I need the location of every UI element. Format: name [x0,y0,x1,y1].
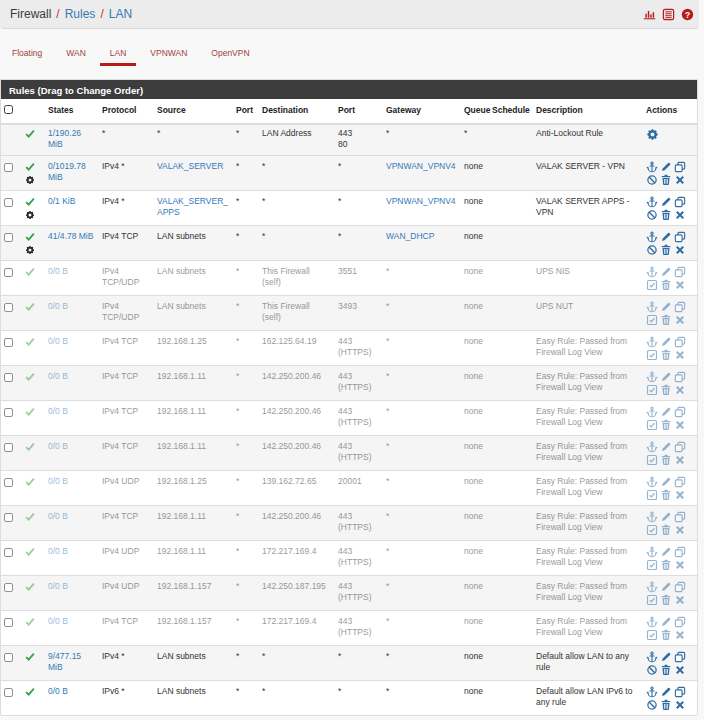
times-icon[interactable] [674,244,686,256]
trash-icon[interactable] [660,174,672,186]
anchor-icon[interactable] [646,161,658,173]
times-icon[interactable] [674,349,686,361]
clone-icon[interactable] [674,546,686,558]
ban-icon[interactable] [646,174,658,186]
states-link[interactable]: 0/0 B [48,266,68,276]
status-chart-icon[interactable] [643,8,656,21]
clone-icon[interactable] [674,161,686,173]
anchor-icon[interactable] [646,511,658,523]
row-checkbox[interactable] [4,653,13,662]
clone-icon[interactable] [674,371,686,383]
times-icon[interactable] [674,664,686,676]
states-link[interactable]: 0/0 B [48,336,68,346]
pencil-icon[interactable] [660,476,672,488]
times-icon[interactable] [674,384,686,396]
states-link[interactable]: 0/0 B [48,581,68,591]
anchor-icon[interactable] [646,616,658,628]
ban-icon[interactable] [646,244,658,256]
pencil-icon[interactable] [660,336,672,348]
states-link[interactable]: 9/477.15 MiB [48,651,81,672]
tab-link-lan[interactable]: LAN [100,43,137,66]
clone-icon[interactable] [674,266,686,278]
anchor-icon[interactable] [646,266,658,278]
trash-icon[interactable] [660,594,672,606]
clone-icon[interactable] [674,406,686,418]
source-alias-link[interactable]: VALAK_SERVER [157,161,223,171]
states-link[interactable]: 0/0 B [48,476,68,486]
anchor-icon[interactable] [646,406,658,418]
help-icon[interactable] [681,8,694,21]
states-link[interactable]: 0/0 B [48,371,68,381]
row-checkbox[interactable] [4,233,13,242]
anchor-icon[interactable] [646,546,658,558]
pencil-icon[interactable] [660,371,672,383]
ban-icon[interactable] [646,209,658,221]
pencil-icon[interactable] [660,581,672,593]
states-link[interactable]: 0/0 B [48,511,68,521]
row-checkbox[interactable] [4,513,13,522]
pencil-icon[interactable] [660,441,672,453]
trash-icon[interactable] [660,559,672,571]
breadcrumb-item-lan[interactable]: LAN [109,7,132,21]
gateway-link[interactable]: VPNWAN_VPNV4 [386,161,456,171]
trash-icon[interactable] [660,664,672,676]
clone-icon[interactable] [674,581,686,593]
states-link[interactable]: 0/0 B [48,616,68,626]
states-link[interactable]: 1/190.26 MiB [48,128,81,149]
row-checkbox[interactable] [4,618,13,627]
clone-icon[interactable] [674,441,686,453]
times-icon[interactable] [674,454,686,466]
row-checkbox[interactable] [4,583,13,592]
trash-icon[interactable] [660,349,672,361]
check-square-icon[interactable] [646,629,658,641]
times-icon[interactable] [674,279,686,291]
check-square-icon[interactable] [646,349,658,361]
trash-icon[interactable] [660,629,672,641]
times-icon[interactable] [674,174,686,186]
row-checkbox[interactable] [4,163,13,172]
clone-icon[interactable] [674,616,686,628]
pencil-icon[interactable] [660,301,672,313]
trash-icon[interactable] [660,384,672,396]
times-icon[interactable] [674,559,686,571]
pencil-icon[interactable] [660,686,672,698]
check-square-icon[interactable] [646,279,658,291]
states-link[interactable]: 41/4.78 MiB [48,231,93,241]
pencil-icon[interactable] [660,406,672,418]
anchor-icon[interactable] [646,686,658,698]
anchor-icon[interactable] [646,196,658,208]
pencil-icon[interactable] [660,266,672,278]
ban-icon[interactable] [646,664,658,676]
gateway-link[interactable]: VPNWAN_VPNV4 [386,196,456,206]
row-checkbox[interactable] [4,303,13,312]
trash-icon[interactable] [660,244,672,256]
row-checkbox[interactable] [4,373,13,382]
trash-icon[interactable] [660,314,672,326]
times-icon[interactable] [674,489,686,501]
row-checkbox[interactable] [4,408,13,417]
row-checkbox[interactable] [4,198,13,207]
gear-icon[interactable] [646,128,659,141]
times-icon[interactable] [674,629,686,641]
times-icon[interactable] [674,419,686,431]
row-checkbox[interactable] [4,443,13,452]
log-icon[interactable] [662,8,675,21]
breadcrumb-item-rules[interactable]: Rules [65,7,96,21]
pencil-icon[interactable] [660,616,672,628]
states-link[interactable]: 0/1 KiB [48,196,75,206]
tab-link-vpnwan[interactable]: VPNWAN [140,43,197,66]
clone-icon[interactable] [674,231,686,243]
states-link[interactable]: 0/0 B [48,686,68,696]
anchor-icon[interactable] [646,441,658,453]
clone-icon[interactable] [674,196,686,208]
clone-icon[interactable] [674,336,686,348]
anchor-icon[interactable] [646,651,658,663]
pencil-icon[interactable] [660,511,672,523]
states-link[interactable]: 0/0 B [48,441,68,451]
check-square-icon[interactable] [646,314,658,326]
check-square-icon[interactable] [646,489,658,501]
source-alias-link[interactable]: VALAK_SERVER_APPS [157,196,228,217]
times-icon[interactable] [674,699,686,711]
anchor-icon[interactable] [646,231,658,243]
pencil-icon[interactable] [660,196,672,208]
